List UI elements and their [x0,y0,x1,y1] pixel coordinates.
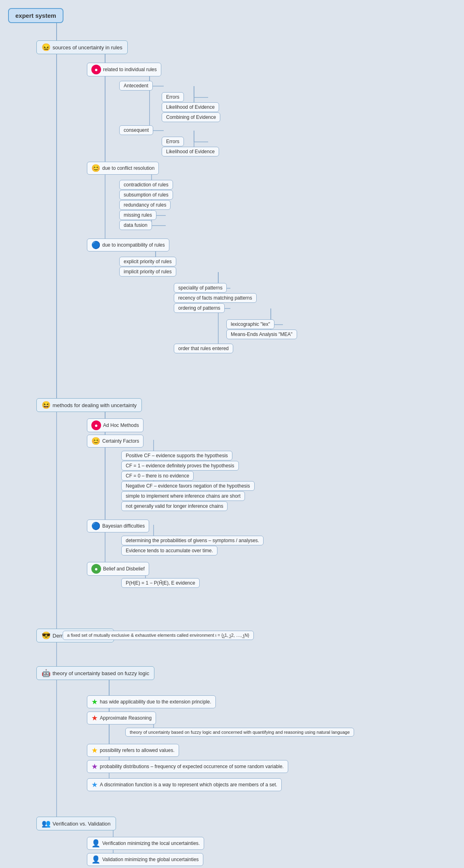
evidence-label: Evidence tends to accumulate over time. [126,548,213,553]
antecedent-node: Antecedent [119,81,153,91]
root-box: expert system [8,8,63,23]
implicit-box: implicit priority of rules [119,267,176,277]
fuzzy-icon: 🤖 [42,669,51,678]
subsumption-box: subsumption of rules [119,190,173,200]
conflict-icon: 😊 [91,164,100,173]
speciality-node: speciality of patterns [174,283,227,293]
belief-icon: ● [91,564,101,574]
conflict-label: due to conflict resolution [102,165,154,171]
consequent-box: consequent [119,125,153,135]
determining-label: determining the probabilities of givens … [126,538,259,543]
phle-node: P(H|E) = 1 − P(H̄|E), E evidence [121,578,200,588]
errors1-label: Errors [166,94,179,100]
approxreasoning-label: Approximate Reasoning [100,715,152,721]
explicit-box: explicit priority of rules [119,257,176,266]
notvalid-node: not generally valid for longer inference… [121,501,228,511]
consequent-node: consequent [119,125,153,135]
certainty-label: Certainty Factors [102,438,139,444]
ordering-label: ordering of patterns [178,305,220,311]
missing-node: missing rules [119,210,156,220]
evidence-box: Evidence tends to accumulate over time. [121,546,217,555]
bayesian-label: Bayesian difficulties [102,523,145,529]
likelihood2-label: Likelihood of Evidence [166,149,215,154]
theoryuncertainty-node: theory of uncertainty based on fuzzy log… [125,728,354,737]
evidence-node: Evidence tends to accumulate over time. [121,546,217,555]
recency-box: recency of facts matching patterns [174,293,257,303]
simple-node: simple to implement where inference chai… [121,491,245,501]
lexicographic-label: lexicographic "lex" [231,321,270,327]
likelihood1-node: Likelihood of Evidence [162,102,219,112]
datafusion-box: data fusion [119,220,152,230]
possibility-label: possibility refers to allowed values. [100,748,175,753]
bayesian-box: 🔵 Bayesian difficulties [87,520,149,532]
dempster-child-node: a fixed set of mutually exclusive & exha… [63,631,254,640]
errors1-node: Errors [162,92,184,102]
discrimination-icon: ★ [91,780,98,789]
bayesian-icon: 🔵 [91,522,100,530]
probability-label: probability distributions – frequency of… [100,764,284,769]
verification-local-node: 👤 Verification minimizing the local unce… [87,837,204,850]
cf1-box: CF = 1 – evidence definitely proves the … [121,461,239,471]
wideapplicability-label: has wide applicability due to the extens… [100,699,211,705]
negativecf-label: Negative CF – evidence favors negation o… [126,483,250,489]
consequent-label: consequent [124,127,149,133]
approxreasoning-icon: ★ [91,714,98,722]
phle-label: P(H|E) = 1 − P(H̄|E), E evidence [126,580,195,586]
cf0-box: CF = 0 – there is no evidence [121,471,194,481]
antecedent-box: Antecedent [119,81,153,91]
fuzzy-box: 🤖 theory of uncertainty based on fuzzy l… [36,666,154,680]
related-node: ● related to individual rules [87,63,161,76]
subsumption-label: subsumption of rules [124,192,169,198]
validation-global-label: Validation minimizing the global uncerta… [102,857,199,862]
discrimination-node: ★ A discrimination function is a way to … [87,778,282,791]
theoryuncertainty-label: theory of uncertainty based on fuzzy log… [130,730,350,735]
validation-global-box: 👤 Validation minimizing the global uncer… [87,853,203,866]
meansends-box: Means-Ends Analysis "MEA" [226,329,297,339]
discrimination-label: A discrimination function is a way to re… [100,782,277,788]
errors2-node: Errors [162,137,184,146]
verification-local-icon: 👤 [91,839,100,848]
theoryuncertainty-box: theory of uncertainty based on fuzzy log… [125,728,354,737]
wideapplicability-box: ★ has wide applicability due to the exte… [87,695,216,708]
wideapplicability-node: ★ has wide applicability due to the exte… [87,695,216,708]
antecedent-label: Antecedent [124,83,148,89]
phle-box: P(H|E) = 1 − P(H̄|E), E evidence [121,578,200,588]
recency-label: recency of facts matching patterns [178,295,252,301]
positivecf-box: Positive CF – evidence supports the hypo… [121,451,232,460]
negativecf-node: Negative CF – evidence favors negation o… [121,481,255,491]
incompatibility-icon: 🔵 [91,241,100,249]
cf0-label: CF = 0 – there is no evidence [126,473,189,479]
datafusion-label: data fusion [124,222,148,228]
adhoc-icon: ● [91,420,101,430]
recency-node: recency of facts matching patterns [174,293,257,303]
methods-box: 😆 methods for dealing with uncertainty [36,398,142,412]
adhoc-label: Ad Hoc Methods [103,422,139,428]
contradiction-label: contradiction of rules [124,182,169,188]
orderrules-label: order that rules entered [178,346,229,351]
incompatibility-label: due to incompatibility of rules [102,242,165,248]
verification-section-icon: 👥 [42,819,51,828]
verification-box: 👥 Verification vs. Validation [36,817,116,830]
meansends-label: Means-Ends Analysis "MEA" [231,332,293,337]
verification-local-label: Verification minimizing the local uncert… [102,841,200,846]
datafusion-node: data fusion [119,220,152,230]
certainty-box: 😊 Certainty Factors [87,435,143,448]
certainty-icon: 😊 [91,437,100,446]
section-methods: 😆 methods for dealing with uncertainty [36,398,142,412]
validation-global-node: 👤 Validation minimizing the global uncer… [87,853,203,866]
methods-label: methods for dealing with uncertainty [53,402,137,408]
notvalid-box: not generally valid for longer inference… [121,501,228,511]
connectors [0,0,464,868]
verification-section-label: Verification vs. Validation [53,821,111,827]
contradiction-box: contradiction of rules [119,180,173,190]
likelihood2-box: Likelihood of Evidence [162,147,219,156]
missing-label: missing rules [124,212,152,218]
determining-box: determining the probabilities of givens … [121,536,264,545]
lexicographic-node: lexicographic "lex" [226,319,274,329]
probability-box: ★ probability distributions – frequency … [87,760,288,773]
conflict-box: 😊 due to conflict resolution [87,162,159,175]
ordering-box: ordering of patterns [174,303,225,313]
probability-node: ★ probability distributions – frequency … [87,760,288,773]
dempster-child-label: a fixed set of mutually exclusive & exha… [67,633,249,638]
discrimination-box: ★ A discrimination function is a way to … [87,778,282,791]
